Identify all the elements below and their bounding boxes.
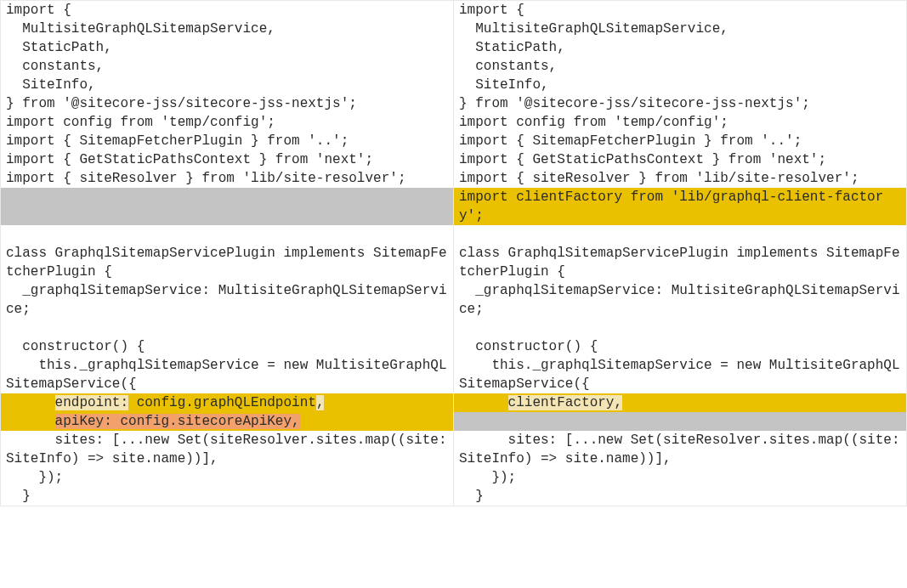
code-line: constants,	[1, 57, 453, 76]
blank-line	[1, 225, 453, 244]
code-line: SiteInfo,	[454, 76, 906, 94]
code-line: constructor() {	[454, 337, 906, 356]
blank-line	[454, 319, 906, 337]
blank-line	[1, 319, 453, 337]
code-line: _graphqlSitemapService: MultisiteGraphQL…	[454, 281, 906, 319]
diff-token: apiKey: config.sitecoreApiKey,	[55, 414, 300, 429]
indent	[6, 414, 55, 429]
code-line: });	[1, 468, 453, 487]
diff-left-pane: import { MultisiteGraphQLSitemapService,…	[0, 0, 454, 506]
code-line: constructor() {	[1, 337, 453, 356]
diff-token: ,	[614, 395, 622, 410]
code-line: }	[454, 487, 906, 506]
diff-missing-placeholder	[1, 206, 453, 225]
diff-token: config.graphQLEndpoint	[128, 395, 316, 410]
code-line: import config from 'temp/config';	[454, 113, 906, 132]
code-line: this._graphqlSitemapService = new Multis…	[1, 356, 453, 393]
code-line: import { GetStaticPathsContext } from 'n…	[1, 150, 453, 169]
indent	[459, 395, 508, 410]
code-line: _graphqlSitemapService: MultisiteGraphQL…	[1, 281, 453, 319]
code-line: StaticPath,	[1, 38, 453, 57]
code-line: import { SitemapFetcherPlugin } from '..…	[1, 132, 453, 150]
diff-view: import { MultisiteGraphQLSitemapService,…	[0, 0, 907, 506]
code-line: MultisiteGraphQLSitemapService,	[454, 20, 906, 38]
diff-removed-line: apiKey: config.sitecoreApiKey,	[1, 412, 453, 431]
diff-removed-line: endpoint: config.graphQLEndpoint,	[1, 393, 453, 412]
diff-token: ,	[316, 395, 325, 410]
code-line: MultisiteGraphQLSitemapService,	[1, 20, 453, 38]
code-line: StaticPath,	[454, 38, 906, 57]
diff-token: endpoint:	[55, 395, 128, 410]
code-line: import { siteResolver } from 'lib/site-r…	[1, 169, 453, 188]
code-line: } from '@sitecore-jss/sitecore-jss-nextj…	[1, 94, 453, 113]
code-line: import {	[454, 1, 906, 20]
code-line: SiteInfo,	[1, 76, 453, 94]
code-line: class GraphqlSitemapServicePlugin implem…	[1, 244, 453, 281]
diff-added-line: import clientFactory from 'lib/graphql-c…	[454, 188, 906, 225]
blank-line	[454, 225, 906, 244]
diff-right-pane: import { MultisiteGraphQLSitemapService,…	[454, 0, 907, 506]
code-line: });	[454, 468, 906, 487]
code-line: constants,	[454, 57, 906, 76]
code-line: import { siteResolver } from 'lib/site-r…	[454, 169, 906, 188]
diff-missing-placeholder	[1, 188, 453, 206]
indent	[6, 395, 55, 410]
code-line: this._graphqlSitemapService = new Multis…	[454, 356, 906, 393]
code-line: }	[1, 487, 453, 506]
code-line: class GraphqlSitemapServicePlugin implem…	[454, 244, 906, 281]
code-line: import { SitemapFetcherPlugin } from '..…	[454, 132, 906, 150]
code-line: import config from 'temp/config';	[1, 113, 453, 132]
code-line: import { GetStaticPathsContext } from 'n…	[454, 150, 906, 169]
diff-missing-placeholder	[454, 412, 906, 431]
code-line: } from '@sitecore-jss/sitecore-jss-nextj…	[454, 94, 906, 113]
diff-added-line: clientFactory,	[454, 393, 906, 412]
code-line: import {	[1, 1, 453, 20]
code-line: sites: [...new Set(siteResolver.sites.ma…	[454, 431, 906, 468]
diff-token: clientFactory	[508, 395, 615, 410]
code-line: sites: [...new Set(siteResolver.sites.ma…	[1, 431, 453, 468]
